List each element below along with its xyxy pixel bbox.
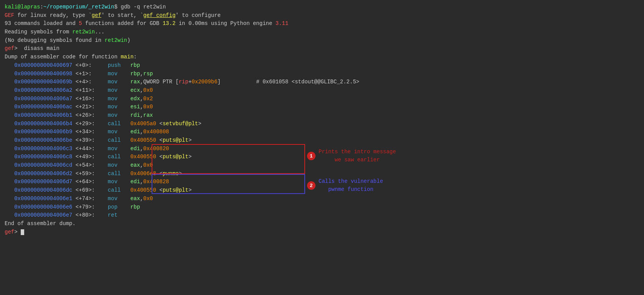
asm-line: 0x0000000000400697 <+0>: push rbp xyxy=(5,61,639,70)
asm-line-74: 0x00000000004006e1 <+74>: mov eax,0x0 xyxy=(5,195,639,203)
no-debug: (No debugging symbols found in ret2win) xyxy=(5,36,639,45)
asm-line-80: 0x00000000004006e7 <+80>: ret xyxy=(5,211,639,220)
gef-disass: gef> disass main xyxy=(5,45,639,53)
gef-banner: GEF for linux ready, type `gef' to start… xyxy=(5,12,639,20)
asm-line-59: 0x00000000004006d2 <+59>: call 0x4006e8 … xyxy=(5,170,639,178)
asm-line: 0x000000000040069b <+4>: mov rax,QWORD P… xyxy=(5,78,639,86)
prompt-line: kali@lapras:~/ropemporium/_ret2win$ gdb … xyxy=(5,3,639,12)
annotation-text-2: Calls the vulnerable pwnme function xyxy=(319,177,383,194)
gef-info: 93 commands loaded and 5 functions added… xyxy=(5,20,639,28)
final-prompt[interactable]: gef> xyxy=(5,228,639,237)
annotation-badge-2: 2 xyxy=(307,181,315,190)
asm-line: 0x00000000004006b1 <+26>: mov rdi,rax xyxy=(5,111,639,120)
asm-line: 0x00000000004006b4 <+29>: call 0x4005a0 … xyxy=(5,120,639,128)
asm-line-34: 0x00000000004006b9 <+34>: mov edi,0x4008… xyxy=(5,128,639,136)
asm-line: 0x00000000004006ac <+21>: mov esi,0x0 xyxy=(5,103,639,111)
terminal: kali@lapras:~/ropemporium/_ret2win$ gdb … xyxy=(0,0,644,295)
asm-line-39: 0x00000000004006be <+39>: call 0x400550 … xyxy=(5,136,639,145)
end-dump: End of assembler dump. xyxy=(5,220,639,228)
annotation-text-1: Prints the intro message we saw earlier xyxy=(319,148,396,164)
asm-line: 0x00000000004006a7 <+16>: mov edx,0x2 xyxy=(5,95,639,103)
reading-symbols: Reading symbols from ret2win... xyxy=(5,28,639,36)
annotation-badge-1: 1 xyxy=(307,152,315,160)
dump-header: Dump of assembler code for function main… xyxy=(5,53,639,61)
asm-line-79: 0x00000000004006e6 <+79>: pop rbp xyxy=(5,203,639,212)
asm-line: 0x00000000004006a2 <+11>: mov ecx,0x0 xyxy=(5,86,639,95)
asm-line: 0x0000000000400698 <+1>: mov rbp,rsp xyxy=(5,70,639,78)
